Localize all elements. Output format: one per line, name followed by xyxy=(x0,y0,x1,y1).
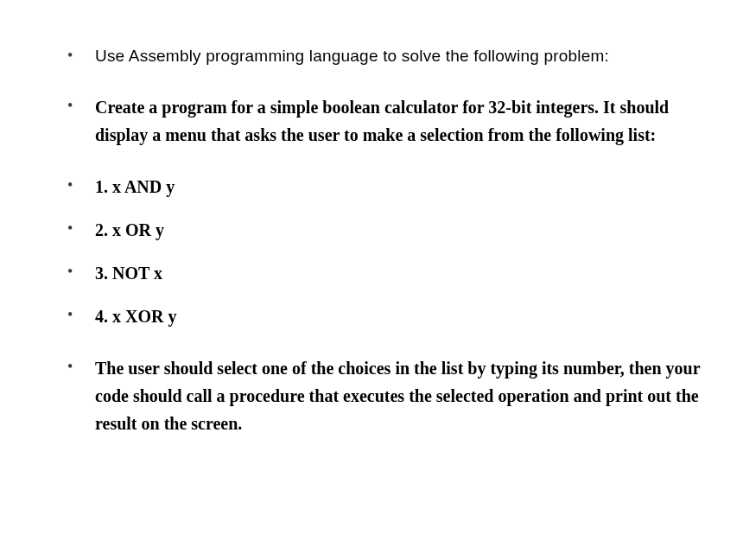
item-text: Create a program for a simple boolean ca… xyxy=(95,98,669,144)
item-text: 1. x AND y xyxy=(95,177,175,196)
item-text: 2. x OR y xyxy=(95,220,164,239)
list-item: The user should select one of the choice… xyxy=(60,354,708,437)
list-item: 4. x XOR y xyxy=(60,302,708,330)
item-text: Use Assembly programming language to sol… xyxy=(95,47,609,65)
item-text: 3. NOT x xyxy=(95,264,162,283)
item-text: 4. x XOR y xyxy=(95,307,176,326)
item-text: The user should select one of the choice… xyxy=(95,359,700,433)
list-item: Create a program for a simple boolean ca… xyxy=(60,93,708,149)
list-item: 1. x AND y xyxy=(60,173,708,200)
list-item: 3. NOT x xyxy=(60,259,708,287)
problem-statement-list: Use Assembly programming language to sol… xyxy=(60,43,708,437)
list-item: Use Assembly programming language to sol… xyxy=(60,43,708,69)
list-item: 2. x OR y xyxy=(60,216,708,244)
